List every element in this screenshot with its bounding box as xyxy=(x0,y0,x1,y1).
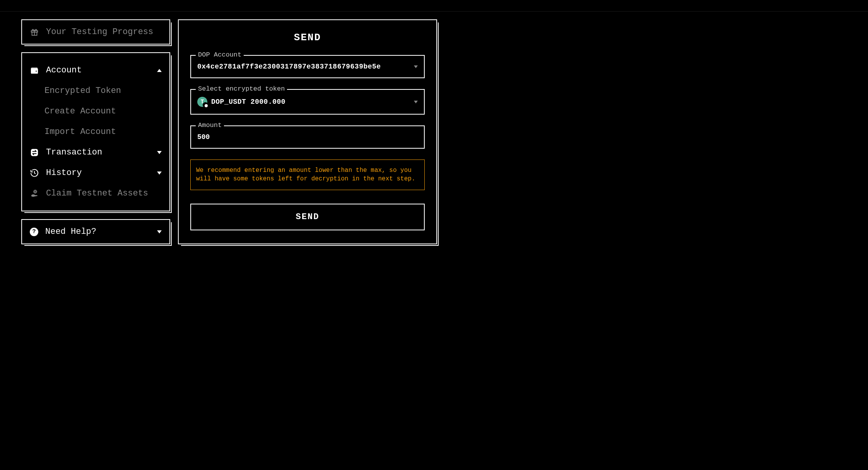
nav-create-account[interactable]: Create Account xyxy=(22,101,169,122)
nav-history-label: History xyxy=(46,168,150,178)
help-icon: ? xyxy=(30,228,38,236)
chevron-down-icon xyxy=(157,230,162,233)
nav-transaction[interactable]: Transaction xyxy=(22,142,169,163)
help-panel[interactable]: ? Need Help? xyxy=(21,219,170,244)
chevron-down-icon xyxy=(157,172,162,175)
history-icon xyxy=(30,168,39,178)
nav-transaction-label: Transaction xyxy=(46,148,150,157)
nav-panel: Account Encrypted Token Create Account I… xyxy=(21,52,170,211)
svg-point-3 xyxy=(36,70,37,72)
nav-claim-assets[interactable]: Claim Testnet Assets xyxy=(22,183,169,204)
transaction-icon xyxy=(30,148,39,157)
gift-icon xyxy=(30,27,39,37)
claim-icon xyxy=(30,189,39,198)
chevron-up-icon xyxy=(157,69,162,72)
warning-message: We recommend entering an amount lower th… xyxy=(190,160,425,190)
token-value: DOP_USDT 2000.000 xyxy=(211,98,410,106)
svg-point-5 xyxy=(34,190,37,193)
chevron-down-icon xyxy=(157,151,162,154)
svg-point-6 xyxy=(34,191,36,192)
nav-encrypted-token[interactable]: Encrypted Token xyxy=(22,81,169,101)
nav-account[interactable]: Account xyxy=(22,60,169,81)
token-select[interactable]: T DOP_USDT 2000.000 xyxy=(190,89,425,115)
progress-label: Your Testing Progress xyxy=(46,27,153,37)
nav-claim-label: Claim Testnet Assets xyxy=(46,189,162,198)
amount-label: Amount xyxy=(196,122,224,129)
chevron-down-icon xyxy=(414,101,418,103)
nav-history[interactable]: History xyxy=(22,163,169,183)
chevron-down-icon xyxy=(414,65,418,68)
send-button[interactable]: SEND xyxy=(190,204,425,230)
usdt-icon: T xyxy=(197,97,207,107)
dop-account-select[interactable]: 0x4ce2781af7f3e2300317897e383718679639be… xyxy=(190,55,425,78)
dop-account-label: DOP Account xyxy=(196,51,244,58)
help-label: Need Help? xyxy=(45,227,150,237)
token-label: Select encrypted token xyxy=(196,85,287,93)
page-title: SEND xyxy=(190,32,425,43)
send-panel: SEND DOP Account 0x4ce2781af7f3e23003178… xyxy=(178,19,437,244)
wallet-icon xyxy=(30,66,39,75)
nav-account-label: Account xyxy=(46,65,150,75)
svg-rect-4 xyxy=(31,149,38,156)
nav-import-account[interactable]: Import Account xyxy=(22,122,169,142)
amount-input[interactable] xyxy=(190,125,425,149)
testing-progress-panel[interactable]: Your Testing Progress xyxy=(21,19,170,45)
dop-account-value: 0x4ce2781af7f3e2300317897e383718679639be… xyxy=(197,63,410,70)
